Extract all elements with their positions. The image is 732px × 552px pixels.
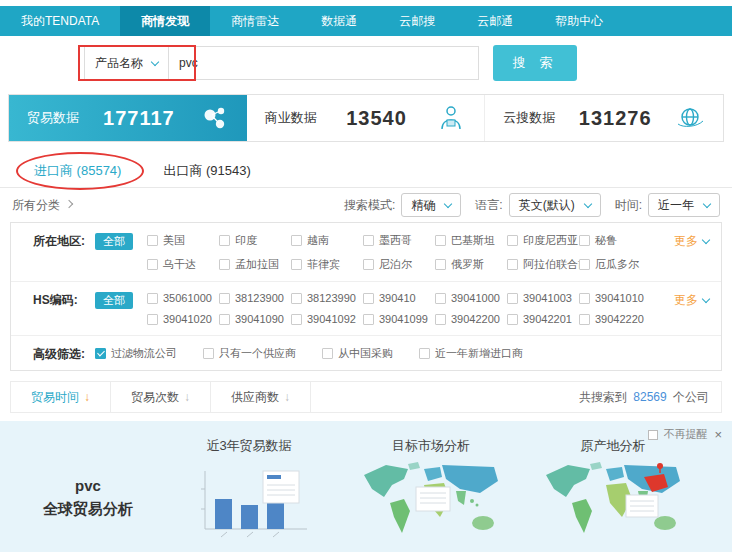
nav-item-business-radar[interactable]: 商情雷达 [210,6,300,36]
language-label: 语言: [475,197,502,214]
sort-trade-time[interactable]: 贸易时间 ↓ [11,382,111,412]
region-checkbox[interactable]: 孟加拉国 [219,257,291,272]
stat-value: 131276 [579,107,652,130]
sort-label: 贸易次数 [131,382,179,412]
sort-label: 贸易时间 [31,382,79,412]
section-origin-analysis[interactable]: 原产地分析 [522,437,704,547]
stat-label: 商业数据 [265,109,317,127]
filter-row-region: 所在地区: 全部 美国 印度 越南 墨西哥 巴基斯坦 印度尼西亚 秘鲁 乌干达 … [11,223,721,282]
checkbox-icon [147,293,158,304]
nav-item-business-discovery[interactable]: 商情发现 [120,6,210,36]
stat-business-data[interactable]: 商业数据 13540 [247,95,486,141]
tab-exporters[interactable]: 出口商 (91543) [163,162,250,180]
all-categories-link[interactable]: 所有分类 [12,197,72,214]
result-tabs: 进口商 (85574) 出口商 (91543) [0,154,732,188]
region-checkbox[interactable]: 乌干达 [147,257,219,272]
advanced-checkbox-new-importers[interactable]: 近一年新增进口商 [419,346,523,361]
nav-item-my-tendata[interactable]: 我的TENDATA [0,6,120,36]
hscode-checkbox[interactable]: 39041099 [363,313,435,325]
section-target-market[interactable]: 目标市场分析 [340,437,522,547]
hscode-checkbox[interactable]: 39041000 [435,292,507,304]
more-label: 更多 [674,233,698,250]
hscode-checkbox[interactable]: 39041090 [219,313,291,325]
checkbox-icon [435,259,446,270]
checkbox-icon [203,348,214,359]
checkbox-label: 印度 [235,233,257,248]
sort-label: 供应商数 [231,382,279,412]
hscode-checkbox[interactable]: 39042200 [435,313,507,325]
stat-value: 177117 [103,107,175,130]
hscode-checkbox[interactable]: 39041092 [291,313,363,325]
region-checkbox[interactable]: 阿拉伯联合酋... [507,257,579,272]
checkbox-label: 菲律宾 [307,257,340,272]
region-checkbox[interactable]: 越南 [291,233,363,248]
checkbox-icon [291,235,302,246]
hscode-checkbox[interactable]: 39042220 [579,313,651,325]
search-button[interactable]: 搜 索 [493,45,577,81]
hscode-checkbox[interactable]: 35061000 [147,292,219,304]
region-all-button[interactable]: 全部 [95,233,133,250]
sort-trade-count[interactable]: 贸易次数 ↓ [111,382,211,412]
region-checkbox[interactable]: 尼泊尔 [363,257,435,272]
search-bar: 产品名称 搜 索 [0,36,732,90]
search-input[interactable] [169,46,479,80]
dont-remind-checkbox[interactable] [648,430,658,440]
search-category-select[interactable]: 产品名称 [84,46,169,80]
checkbox-label: 38123990 [307,292,356,304]
nav-item-data-pass[interactable]: 数据通 [300,6,378,36]
hscode-checkbox[interactable]: 39041010 [579,292,651,304]
hscode-checkbox[interactable]: 38123900 [219,292,291,304]
world-map-origin [538,459,688,543]
checkbox-icon [291,314,302,325]
stat-cloud-search-data[interactable]: 云搜数据 131276 [485,95,723,141]
search-mode-value: 精确 [411,197,435,214]
nav-item-cloud-mail-pass[interactable]: 云邮通 [456,6,534,36]
hscode-checkbox[interactable]: 39042201 [507,313,579,325]
region-checkbox[interactable]: 菲律宾 [291,257,363,272]
region-checkbox[interactable]: 印度尼西亚 [507,233,579,248]
checkbox-icon [147,235,158,246]
advanced-checkbox-buy-from-china[interactable]: 从中国采购 [322,346,393,361]
checkbox-icon [579,314,590,325]
world-map-target [356,459,506,543]
search-mode-select[interactable]: 精确 [401,193,461,217]
region-checkbox[interactable]: 美国 [147,233,219,248]
time-select[interactable]: 近一年 [648,193,720,217]
checkbox-label: 39042220 [595,313,644,325]
nav-item-help-center[interactable]: 帮助中心 [534,6,624,36]
language-select[interactable]: 英文(默认) [509,193,601,217]
hscode-checkbox[interactable]: 39041003 [507,292,579,304]
advanced-checkbox-single-supplier[interactable]: 只有一个供应商 [203,346,296,361]
checkbox-label: 39041000 [451,292,500,304]
sort-supplier-count[interactable]: 供应商数 ↓ [211,382,311,412]
region-checkbox[interactable]: 墨西哥 [363,233,435,248]
region-checkbox[interactable]: 秘鲁 [579,233,651,248]
sort-desc-icon: ↓ [284,382,290,412]
hscode-checkbox[interactable]: 38123990 [291,292,363,304]
region-checkbox[interactable]: 印度 [219,233,291,248]
checkbox-label: 39041010 [595,292,644,304]
tab-importers[interactable]: 进口商 (85574) [34,162,121,180]
checkbox-label: 只有一个供应商 [219,346,296,361]
region-options: 美国 印度 越南 墨西哥 巴基斯坦 印度尼西亚 秘鲁 乌干达 孟加拉国 菲律宾 … [147,233,653,281]
checkbox-label: 巴基斯坦 [451,233,495,248]
checkbox-icon [219,293,230,304]
advanced-checkbox-filter-logistics[interactable]: 过滤物流公司 [95,346,177,361]
checkbox-icon [435,293,446,304]
region-more-link[interactable]: 更多 [674,233,721,250]
stat-trade-data[interactable]: 贸易数据 177117 [9,95,247,141]
checkbox-label: 尼泊尔 [379,257,412,272]
hscode-all-button[interactable]: 全部 [95,292,133,309]
region-checkbox[interactable]: 厄瓜多尔 [579,257,651,272]
hscode-checkbox[interactable]: 39041020 [147,313,219,325]
hscode-checkbox[interactable]: 390410 [363,292,435,304]
close-icon[interactable]: × [714,427,722,442]
checkbox-icon [147,259,158,270]
region-checkbox[interactable]: 巴基斯坦 [435,233,507,248]
hscode-more-link[interactable]: 更多 [674,292,721,309]
nav-item-cloud-mail-search[interactable]: 云邮搜 [378,6,456,36]
chevron-right-icon [65,199,73,207]
advanced-filter-label: 高级筛选: [11,346,95,362]
region-checkbox[interactable]: 俄罗斯 [435,257,507,272]
section-trade-3years[interactable]: 近3年贸易数据 [158,437,340,547]
